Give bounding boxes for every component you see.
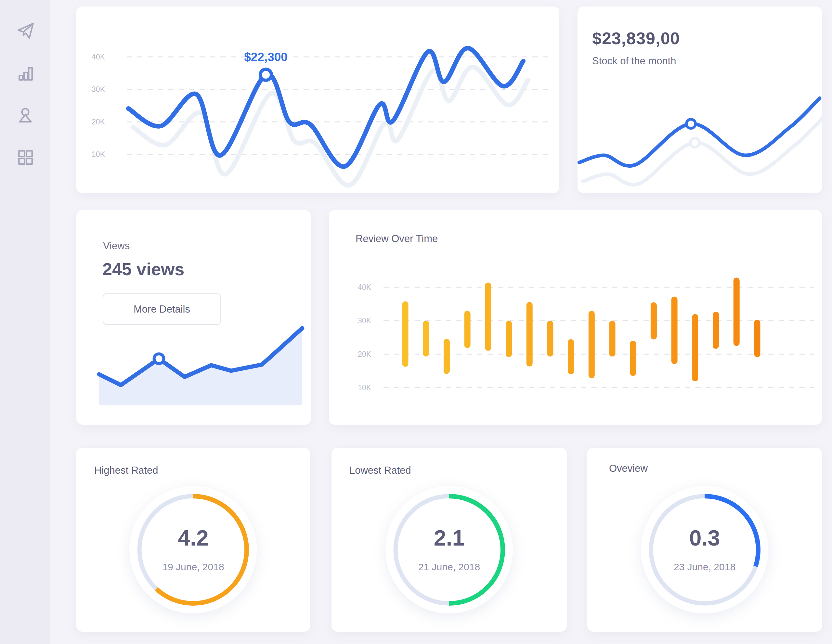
svg-text:$22,300: $22,300	[244, 50, 288, 64]
review-bar	[568, 339, 574, 374]
review-bar	[423, 321, 429, 356]
review-bar	[651, 302, 657, 339]
review-bar	[464, 311, 470, 348]
gauge-value: 0.3	[587, 525, 822, 550]
gauge-date: 21 June, 2018	[331, 561, 567, 572]
sidebar	[0, 0, 50, 644]
review-bar	[754, 320, 760, 357]
gauge-title: Highest Rated	[94, 465, 158, 476]
gauge-date: 19 June, 2018	[76, 561, 310, 572]
review-bar-chart: 40K30K20K10K	[329, 210, 822, 425]
review-bar	[402, 301, 408, 367]
review-bar	[610, 321, 616, 356]
svg-text:30K: 30K	[92, 85, 105, 94]
review-bar	[589, 311, 595, 378]
gauge-value: 2.1	[331, 525, 567, 550]
gauge-title: Oveview	[609, 463, 648, 475]
gauge-value: 4.2	[76, 525, 310, 550]
review-bar	[713, 312, 719, 348]
svg-text:30K: 30K	[358, 316, 371, 325]
review-bar	[630, 341, 636, 376]
svg-text:40K: 40K	[358, 283, 371, 291]
revenue-line-chart: 40K30K20K10K$22,300	[76, 6, 559, 193]
review-bar	[444, 339, 450, 374]
svg-text:10K: 10K	[358, 384, 371, 392]
svg-text:20K: 20K	[358, 350, 371, 358]
svg-text:20K: 20K	[92, 118, 105, 126]
send-icon	[16, 21, 35, 41]
revenue-chart-card: 40K30K20K10K$22,300	[76, 6, 559, 193]
views-card: Views 245 views More Details	[76, 210, 311, 425]
review-over-time-card: Review Over Time 40K30K20K10K	[329, 210, 822, 425]
views-area-chart	[76, 210, 311, 425]
sidebar-item-stats[interactable]	[14, 62, 36, 84]
stock-header: $23,839,00 Stock of the month	[592, 29, 680, 67]
stock-subtitle: Stock of the month	[592, 55, 680, 67]
bar-chart-icon	[16, 63, 35, 83]
grid-icon	[16, 148, 35, 168]
gauge-date: 23 June, 2018	[587, 561, 822, 572]
review-bar	[526, 302, 533, 366]
oveview-card: Oveview 0.3 23 June, 2018	[587, 448, 822, 632]
review-bar	[506, 321, 512, 357]
sidebar-item-dashboard[interactable]	[14, 147, 36, 168]
stock-card: $23,839,00 Stock of the month	[578, 6, 822, 193]
svg-text:10K: 10K	[92, 150, 105, 158]
sidebar-item-send[interactable]	[14, 20, 36, 42]
gauge-title: Lowest Rated	[349, 465, 411, 476]
user-icon	[16, 105, 35, 125]
lowest-rated-card: Lowest Rated 2.1 21 June, 2018	[331, 448, 567, 632]
svg-text:40K: 40K	[92, 53, 105, 61]
review-bar	[672, 297, 678, 364]
review-bar	[485, 283, 491, 351]
stock-value: $23,839,00	[592, 29, 680, 48]
highest-rated-card: Highest Rated 4.2 19 June, 2018	[76, 448, 310, 632]
review-bar	[734, 278, 740, 346]
review-bar	[547, 321, 553, 356]
sidebar-item-profile[interactable]	[14, 105, 36, 126]
review-bar	[692, 314, 698, 381]
